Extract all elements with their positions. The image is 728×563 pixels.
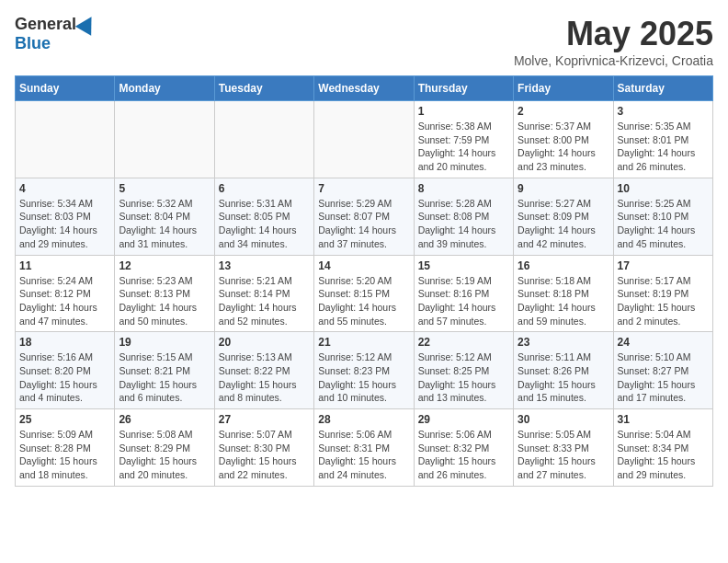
day-info: Sunrise: 5:06 AM Sunset: 8:32 PM Dayligh…: [418, 428, 509, 482]
calendar-cell: 5Sunrise: 5:32 AM Sunset: 8:04 PM Daylig…: [115, 178, 214, 255]
calendar-cell: 10Sunrise: 5:25 AM Sunset: 8:10 PM Dayli…: [613, 178, 712, 255]
day-number: 19: [119, 336, 210, 349]
day-header-thursday: Thursday: [414, 76, 513, 101]
calendar-cell: 4Sunrise: 5:34 AM Sunset: 8:03 PM Daylig…: [16, 178, 115, 255]
calendar-week-row: 25Sunrise: 5:09 AM Sunset: 8:28 PM Dayli…: [16, 409, 713, 487]
day-number: 27: [219, 413, 310, 426]
day-number: 29: [418, 413, 509, 426]
day-info: Sunrise: 5:23 AM Sunset: 8:13 PM Dayligh…: [119, 274, 210, 328]
calendar-cell: 8Sunrise: 5:28 AM Sunset: 8:08 PM Daylig…: [414, 178, 513, 255]
day-number: 21: [318, 336, 409, 349]
day-info: Sunrise: 5:31 AM Sunset: 8:05 PM Dayligh…: [219, 197, 310, 251]
day-number: 1: [418, 105, 509, 118]
day-info: Sunrise: 5:04 AM Sunset: 8:34 PM Dayligh…: [618, 428, 709, 482]
day-info: Sunrise: 5:07 AM Sunset: 8:30 PM Dayligh…: [219, 428, 310, 482]
day-info: Sunrise: 5:18 AM Sunset: 8:18 PM Dayligh…: [518, 274, 609, 328]
calendar-cell: 17Sunrise: 5:17 AM Sunset: 8:19 PM Dayli…: [613, 255, 712, 332]
day-info: Sunrise: 5:16 AM Sunset: 8:20 PM Dayligh…: [19, 350, 110, 405]
day-info: Sunrise: 5:10 AM Sunset: 8:27 PM Dayligh…: [618, 350, 709, 405]
day-info: Sunrise: 5:06 AM Sunset: 8:31 PM Dayligh…: [318, 428, 409, 482]
calendar-week-row: 4Sunrise: 5:34 AM Sunset: 8:03 PM Daylig…: [16, 178, 713, 255]
calendar-cell: 9Sunrise: 5:27 AM Sunset: 8:09 PM Daylig…: [514, 178, 613, 255]
day-header-tuesday: Tuesday: [214, 76, 313, 101]
day-info: Sunrise: 5:05 AM Sunset: 8:33 PM Dayligh…: [518, 428, 609, 482]
calendar-cell: 19Sunrise: 5:15 AM Sunset: 8:21 PM Dayli…: [115, 332, 214, 409]
day-header-sunday: Sunday: [16, 76, 115, 101]
calendar-cell: 30Sunrise: 5:05 AM Sunset: 8:33 PM Dayli…: [514, 409, 613, 487]
calendar-cell: 13Sunrise: 5:21 AM Sunset: 8:14 PM Dayli…: [214, 255, 313, 332]
day-number: 17: [618, 259, 709, 272]
calendar-cell: 29Sunrise: 5:06 AM Sunset: 8:32 PM Dayli…: [414, 409, 513, 487]
day-number: 11: [19, 259, 110, 272]
day-info: Sunrise: 5:11 AM Sunset: 8:26 PM Dayligh…: [518, 350, 609, 405]
calendar-cell: [314, 101, 414, 178]
day-number: 30: [518, 413, 609, 426]
calendar-table: SundayMondayTuesdayWednesdayThursdayFrid…: [15, 75, 713, 487]
day-info: Sunrise: 5:32 AM Sunset: 8:04 PM Dayligh…: [119, 197, 210, 251]
calendar-cell: 22Sunrise: 5:12 AM Sunset: 8:25 PM Dayli…: [414, 332, 513, 409]
day-number: 12: [119, 259, 210, 272]
month-year-title: May 2025: [514, 15, 713, 53]
calendar-cell: 16Sunrise: 5:18 AM Sunset: 8:18 PM Dayli…: [514, 255, 613, 332]
day-number: 4: [19, 182, 110, 195]
day-number: 28: [318, 413, 409, 426]
day-number: 18: [19, 336, 110, 349]
day-info: Sunrise: 5:38 AM Sunset: 7:59 PM Dayligh…: [418, 120, 509, 174]
day-number: 16: [518, 259, 609, 272]
day-info: Sunrise: 5:20 AM Sunset: 8:15 PM Dayligh…: [318, 274, 409, 328]
calendar-cell: 31Sunrise: 5:04 AM Sunset: 8:34 PM Dayli…: [613, 409, 712, 487]
day-number: 20: [219, 336, 310, 349]
calendar-cell: 12Sunrise: 5:23 AM Sunset: 8:13 PM Dayli…: [115, 255, 214, 332]
calendar-cell: [16, 101, 115, 178]
title-block: May 2025 Molve, Koprivnica-Krizevci, Cro…: [514, 15, 713, 68]
day-info: Sunrise: 5:21 AM Sunset: 8:14 PM Dayligh…: [219, 274, 310, 328]
logo-general-text: General: [15, 15, 76, 34]
day-number: 3: [618, 105, 709, 118]
logo-triangle-icon: [75, 12, 99, 36]
day-info: Sunrise: 5:19 AM Sunset: 8:16 PM Dayligh…: [418, 274, 509, 328]
day-number: 10: [618, 182, 709, 195]
day-info: Sunrise: 5:25 AM Sunset: 8:10 PM Dayligh…: [618, 197, 709, 251]
day-number: 14: [318, 259, 409, 272]
day-header-monday: Monday: [115, 76, 214, 101]
day-info: Sunrise: 5:37 AM Sunset: 8:00 PM Dayligh…: [518, 120, 609, 174]
day-info: Sunrise: 5:12 AM Sunset: 8:23 PM Dayligh…: [318, 350, 409, 405]
calendar-cell: 1Sunrise: 5:38 AM Sunset: 7:59 PM Daylig…: [414, 101, 513, 178]
day-info: Sunrise: 5:24 AM Sunset: 8:12 PM Dayligh…: [19, 274, 110, 328]
day-info: Sunrise: 5:13 AM Sunset: 8:22 PM Dayligh…: [219, 350, 310, 405]
calendar-cell: [115, 101, 214, 178]
calendar-cell: [214, 101, 313, 178]
calendar-cell: 2Sunrise: 5:37 AM Sunset: 8:00 PM Daylig…: [514, 101, 613, 178]
calendar-week-row: 11Sunrise: 5:24 AM Sunset: 8:12 PM Dayli…: [16, 255, 713, 332]
calendar-cell: 25Sunrise: 5:09 AM Sunset: 8:28 PM Dayli…: [16, 409, 115, 487]
calendar-cell: 23Sunrise: 5:11 AM Sunset: 8:26 PM Dayli…: [514, 332, 613, 409]
logo: General Blue: [15, 15, 97, 53]
day-number: 7: [318, 182, 409, 195]
day-number: 31: [618, 413, 709, 426]
calendar-header-row: SundayMondayTuesdayWednesdayThursdayFrid…: [16, 76, 713, 101]
page-header: General Blue May 2025 Molve, Koprivnica-…: [15, 15, 713, 68]
day-info: Sunrise: 5:08 AM Sunset: 8:29 PM Dayligh…: [119, 428, 210, 482]
day-number: 13: [219, 259, 310, 272]
day-header-friday: Friday: [514, 76, 613, 101]
day-number: 22: [418, 336, 509, 349]
day-number: 25: [19, 413, 110, 426]
day-number: 15: [418, 259, 509, 272]
calendar-cell: 24Sunrise: 5:10 AM Sunset: 8:27 PM Dayli…: [613, 332, 712, 409]
day-info: Sunrise: 5:09 AM Sunset: 8:28 PM Dayligh…: [19, 428, 110, 482]
calendar-cell: 11Sunrise: 5:24 AM Sunset: 8:12 PM Dayli…: [16, 255, 115, 332]
day-number: 24: [618, 336, 709, 349]
day-info: Sunrise: 5:35 AM Sunset: 8:01 PM Dayligh…: [618, 120, 709, 174]
calendar-week-row: 1Sunrise: 5:38 AM Sunset: 7:59 PM Daylig…: [16, 101, 713, 178]
day-info: Sunrise: 5:28 AM Sunset: 8:08 PM Dayligh…: [418, 197, 509, 251]
day-number: 6: [219, 182, 310, 195]
day-number: 8: [418, 182, 509, 195]
logo-blue-text: Blue: [15, 34, 51, 53]
calendar-cell: 7Sunrise: 5:29 AM Sunset: 8:07 PM Daylig…: [314, 178, 414, 255]
calendar-cell: 3Sunrise: 5:35 AM Sunset: 8:01 PM Daylig…: [613, 101, 712, 178]
calendar-week-row: 18Sunrise: 5:16 AM Sunset: 8:20 PM Dayli…: [16, 332, 713, 409]
calendar-cell: 26Sunrise: 5:08 AM Sunset: 8:29 PM Dayli…: [115, 409, 214, 487]
calendar-cell: 28Sunrise: 5:06 AM Sunset: 8:31 PM Dayli…: [314, 409, 414, 487]
day-number: 9: [518, 182, 609, 195]
day-info: Sunrise: 5:29 AM Sunset: 8:07 PM Dayligh…: [318, 197, 409, 251]
